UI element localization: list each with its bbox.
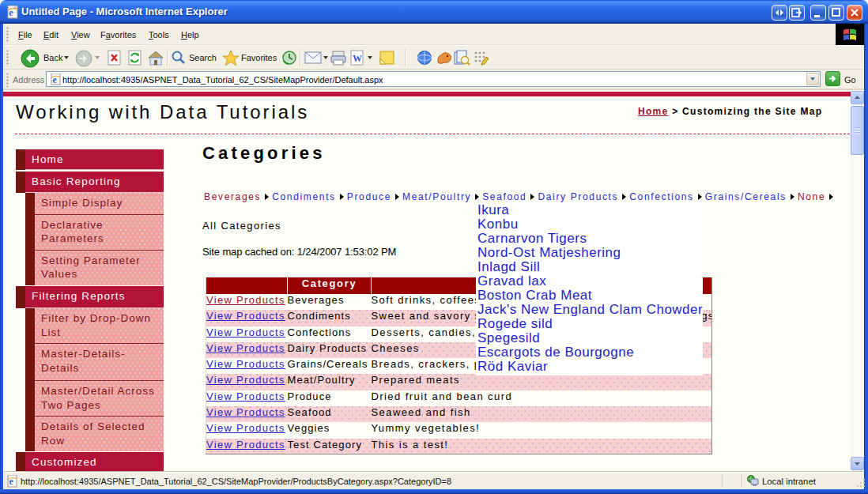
svg-text:W: W (353, 53, 362, 64)
